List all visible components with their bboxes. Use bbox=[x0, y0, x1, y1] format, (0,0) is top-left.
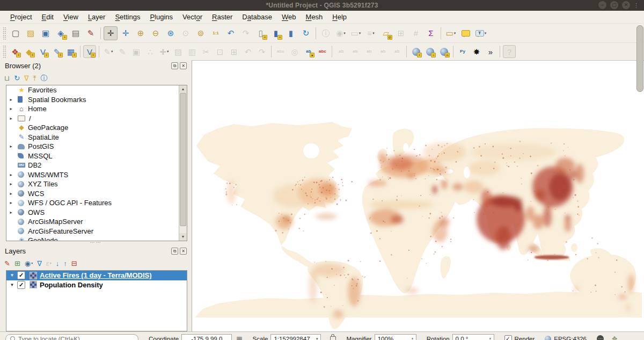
lock-icon[interactable] bbox=[330, 336, 336, 340]
expand-arrow-icon[interactable]: ▸ bbox=[8, 97, 14, 102]
right-scrollbar-thumb[interactable] bbox=[636, 25, 643, 92]
collapse-arrow-icon[interactable]: ▼ bbox=[9, 273, 16, 278]
plugin-bug-button[interactable]: ✸ bbox=[470, 45, 483, 58]
browser-item-wms-wmts[interactable]: ▸WMS/WMTS bbox=[6, 170, 187, 180]
show-bookmarks-button[interactable]: ▮ bbox=[284, 26, 298, 40]
browser-item-[interactable]: ▸/ bbox=[6, 114, 187, 124]
menu-settings[interactable]: Settings bbox=[110, 11, 145, 23]
new-temporary-scratch-layer-button[interactable]: ▦+ bbox=[64, 45, 77, 58]
collapse-all-browser-button[interactable]: ⤒ bbox=[33, 75, 36, 82]
browser-item-spatialite[interactable]: ✎SpatiaLite bbox=[6, 133, 187, 142]
menu-project[interactable]: Project bbox=[5, 11, 37, 23]
browser-float-button[interactable]: ⧉ bbox=[171, 62, 178, 69]
scale-combobox[interactable]: 1:152992847 ▾ bbox=[270, 334, 321, 340]
menu-view[interactable]: View bbox=[58, 11, 83, 23]
style-manager-button[interactable]: ✎ bbox=[84, 26, 98, 40]
pan-map-button[interactable]: ✛ bbox=[104, 26, 118, 40]
new-virtual-layer-button[interactable]: V+ bbox=[83, 45, 96, 58]
menu-vector[interactable]: Vector bbox=[178, 11, 207, 23]
measure-button[interactable]: ▭▾ bbox=[444, 26, 458, 40]
toolbar-handle[interactable] bbox=[3, 27, 6, 40]
panel-splitter[interactable]: ⋯⋯ bbox=[0, 240, 192, 245]
browser-properties-button[interactable]: ⓘ bbox=[41, 75, 48, 82]
menu-raster[interactable]: Raster bbox=[207, 11, 237, 23]
browser-item-mssql[interactable]: MSSQL bbox=[6, 151, 187, 161]
refresh-browser-button[interactable]: ↻ bbox=[14, 75, 20, 82]
menu-database[interactable]: Database bbox=[237, 11, 277, 23]
messages-icon[interactable]: ⋯ bbox=[597, 335, 604, 340]
layout-manager-button[interactable]: ▤ bbox=[69, 26, 83, 40]
text-annotation-button[interactable]: T▾ bbox=[474, 26, 488, 40]
collapse-all-layers-button[interactable]: ↑ bbox=[63, 260, 67, 267]
browser-item-wcs[interactable]: ▸WCS bbox=[6, 189, 187, 199]
zoom-out-button[interactable]: ⊖ bbox=[149, 26, 163, 40]
toolbar-overflow-button[interactable]: » bbox=[484, 45, 497, 58]
add-group-button[interactable]: ⊞ bbox=[14, 260, 20, 267]
expand-arrow-icon[interactable]: ▸ bbox=[8, 144, 14, 149]
new-shapefile-layer-button[interactable]: V+ bbox=[36, 45, 49, 58]
browser-item-db2[interactable]: DB2DB2 bbox=[6, 161, 187, 170]
extents-icon[interactable]: ▦ bbox=[236, 335, 242, 340]
menu-web[interactable]: Web bbox=[277, 11, 301, 23]
layer-visibility-checkbox[interactable]: ✓ bbox=[17, 281, 25, 289]
zoom-in-button[interactable]: ⊕ bbox=[134, 26, 148, 40]
spinner-arrows-icon[interactable]: ▴▾ bbox=[412, 337, 413, 340]
add-selected-layers-button[interactable]: ⊔ bbox=[4, 75, 10, 82]
expand-arrow-icon[interactable]: ▸ bbox=[8, 200, 14, 205]
expand-arrow-icon[interactable]: ▸ bbox=[8, 106, 14, 111]
pan-to-selection-button[interactable]: ✛ bbox=[119, 26, 133, 40]
menu-layer[interactable]: Layer bbox=[83, 11, 111, 23]
add-web-service-button[interactable]: + bbox=[409, 45, 422, 58]
refresh-map-button[interactable]: ↻ bbox=[299, 26, 313, 40]
collapse-arrow-icon[interactable]: ▼ bbox=[9, 283, 16, 287]
browser-item-arcgisfeatureserver[interactable]: ArcGisFeatureServer bbox=[6, 227, 187, 236]
crs-globe-icon[interactable] bbox=[545, 336, 551, 340]
save-project-as-button[interactable]: ◈+ bbox=[54, 26, 68, 40]
scroll-up-icon[interactable]: ▲ bbox=[179, 85, 187, 93]
zoom-full-button[interactable]: ⊛ bbox=[164, 26, 178, 40]
menu-plugins[interactable]: Plugins bbox=[145, 11, 178, 23]
expand-arrow-icon[interactable]: ▸ bbox=[8, 210, 14, 215]
layers-float-button[interactable]: ⧉ bbox=[171, 248, 178, 255]
browser-item-home[interactable]: ▸⌂Home bbox=[6, 104, 187, 114]
menu-mesh[interactable]: Mesh bbox=[301, 11, 328, 23]
python-console-button[interactable]: Py bbox=[456, 45, 469, 58]
rotation-spinner[interactable]: 0,0 ° ▴▾ bbox=[452, 334, 494, 340]
layers-close-button[interactable]: ✕ bbox=[180, 248, 187, 255]
close-button[interactable]: ✕ bbox=[622, 1, 630, 9]
locator-input[interactable]: Type to locate (Ctrl+K) bbox=[5, 334, 138, 340]
browser-item-spatial-bookmarks[interactable]: ▸Spatial Bookmarks bbox=[6, 95, 187, 105]
render-checkbox[interactable]: ✓ bbox=[504, 335, 512, 340]
browser-item-favorites[interactable]: ★Favorites bbox=[6, 85, 187, 95]
browser-item-postgis[interactable]: ▸PostGIS bbox=[6, 142, 187, 151]
layer-visibility-checkbox[interactable]: ✓ bbox=[17, 271, 25, 279]
map-canvas[interactable] bbox=[192, 60, 644, 331]
manage-map-themes-button[interactable]: ◉▾ bbox=[25, 260, 33, 267]
expand-all-layers-button[interactable]: ↓ bbox=[56, 260, 60, 267]
browser-close-button[interactable]: ✕ bbox=[180, 62, 187, 69]
statistical-summary-button[interactable]: Σ bbox=[424, 26, 438, 40]
zoom-to-layer-button[interactable]: ⊚ bbox=[194, 26, 208, 40]
menu-help[interactable]: Help bbox=[327, 11, 352, 23]
zoom-native-button[interactable]: 1:1 bbox=[209, 26, 223, 40]
browser-item-arcgismapserver[interactable]: ArcGisMapServer bbox=[6, 217, 187, 227]
filter-browser-button[interactable]: ∇ bbox=[24, 75, 29, 82]
save-project-button[interactable]: ▣ bbox=[39, 26, 53, 40]
layer-item-population-density[interactable]: ▼✓Population Density bbox=[6, 280, 187, 290]
search-web-services-button[interactable]: ∘ bbox=[423, 45, 436, 58]
browser-item-ows[interactable]: ▸OWS bbox=[6, 208, 187, 218]
toolbar-handle[interactable] bbox=[3, 45, 6, 58]
maximize-button[interactable]: ▢ bbox=[610, 1, 618, 9]
expand-arrow-icon[interactable]: ▸ bbox=[8, 116, 14, 121]
open-project-button[interactable]: ▨ bbox=[24, 26, 38, 40]
layer-diagram-options-button[interactable]: abc bbox=[316, 45, 329, 58]
new-report-button[interactable]: ▮+ bbox=[269, 26, 283, 40]
new-geopackage-layer-button[interactable]: ◆+ bbox=[23, 45, 35, 58]
deselect-features-button[interactable]: ▱⊘ bbox=[379, 26, 393, 40]
new-project-button[interactable]: ▢ bbox=[9, 26, 23, 40]
map-tips-button[interactable] bbox=[459, 26, 473, 40]
data-source-manager-button[interactable]: ❖+ bbox=[9, 45, 21, 58]
zoom-last-button[interactable]: ↶ bbox=[224, 26, 238, 40]
minimize-button[interactable]: – bbox=[598, 1, 606, 9]
layer-item-active-fires-1-day-terra-modis[interactable]: ▼✓Active Fires (1 day - Terra/MODIS) bbox=[6, 271, 187, 280]
